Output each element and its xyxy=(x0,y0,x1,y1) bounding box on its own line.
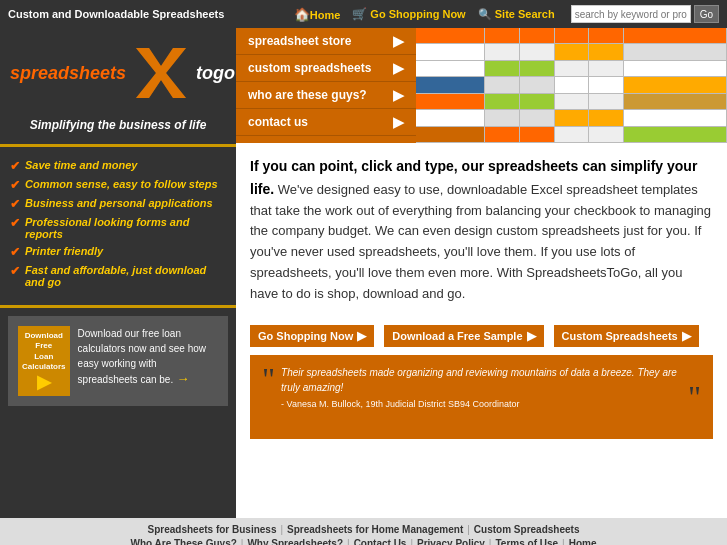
footer-link-home[interactable]: Home xyxy=(569,538,597,545)
loan-icon-text2: Loan Calculators xyxy=(22,352,66,373)
search-input[interactable] xyxy=(571,5,691,23)
preview-cell xyxy=(485,94,520,110)
preview-cell xyxy=(416,28,485,44)
nav-arrow-icon: ▶ xyxy=(393,114,404,130)
loan-icon-text1: Download Free xyxy=(22,331,66,352)
preview-row xyxy=(416,77,727,93)
footer-link-home-mgmt[interactable]: Spreadsheets for Home Management xyxy=(287,524,463,535)
preview-cell xyxy=(624,127,727,143)
footer-link-contact[interactable]: Contact Us xyxy=(354,538,407,545)
preview-cell xyxy=(624,28,727,44)
logo-area: spreadsheets togo xyxy=(0,28,236,113)
go-shopping-button[interactable]: Go Shopping Now ▶ xyxy=(250,325,374,347)
check-icon: ✔ xyxy=(10,178,20,192)
close-quote-icon: " xyxy=(688,365,701,429)
preview-cell xyxy=(624,44,727,60)
nav-label-about: who are these guys? xyxy=(248,88,393,102)
open-quote-icon: " xyxy=(262,365,275,429)
footer-link-why[interactable]: Why Spreadsheets? xyxy=(247,538,343,545)
loan-calculator-section: Download Free Loan Calculators ▶ Downloa… xyxy=(8,316,228,406)
preview-cell xyxy=(520,94,555,110)
checklist-label: Professional looking forms and reports xyxy=(25,216,226,240)
preview-cell xyxy=(555,77,590,93)
preview-cell xyxy=(416,61,485,77)
nav-and-preview: spreadsheet store ▶ custom spreadsheets … xyxy=(236,28,727,143)
footer-sep: | xyxy=(241,538,244,545)
preview-cell xyxy=(416,44,485,60)
footer-link-business[interactable]: Spreadsheets for Business xyxy=(148,524,277,535)
nav-item-contact[interactable]: contact us ▶ xyxy=(236,109,416,136)
top-nav-right: 🏠 Home 🛒 Go Shopping Now 🔍 Site Search G… xyxy=(294,5,719,23)
divider2 xyxy=(0,305,236,308)
search-link[interactable]: 🔍 Site Search xyxy=(478,8,555,21)
custom-spreadsheets-button[interactable]: Custom Spreadsheets ▶ xyxy=(554,325,699,347)
preview-cell xyxy=(520,110,555,126)
preview-cell xyxy=(624,61,727,77)
preview-cell xyxy=(485,77,520,93)
footer-link-about[interactable]: Who Are These Guys? xyxy=(130,538,236,545)
checklist-label: Fast and affordable, just download and g… xyxy=(25,264,226,288)
preview-row xyxy=(416,44,727,60)
nav-item-about[interactable]: who are these guys? ▶ xyxy=(236,82,416,109)
list-item: ✔ Common sense, easy to follow steps xyxy=(10,178,226,192)
testimonial-content: Their spreadsheets made organizing and r… xyxy=(281,365,682,429)
search-button[interactable]: Go xyxy=(694,5,719,23)
preview-row xyxy=(416,127,727,143)
footer-links-row2: Who Are These Guys? | Why Spreadsheets? … xyxy=(6,538,721,545)
spreadsheet-preview xyxy=(416,28,727,143)
site-title: Custom and Downloadable Spreadsheets xyxy=(8,8,224,20)
quote-text: Their spreadsheets made organizing and r… xyxy=(281,365,682,395)
cart-icon: 🛒 xyxy=(352,7,367,21)
preview-cell xyxy=(589,77,624,93)
preview-row xyxy=(416,94,727,110)
preview-cell xyxy=(485,44,520,60)
footer-links-row1: Spreadsheets for Business | Spreadsheets… xyxy=(6,524,721,535)
testimonial: " Their spreadsheets made organizing and… xyxy=(250,355,713,439)
check-icon: ✔ xyxy=(10,264,20,278)
preview-cell xyxy=(416,77,485,93)
preview-cell xyxy=(416,110,485,126)
preview-cell xyxy=(555,94,590,110)
logo-text-right: togo xyxy=(196,63,235,84)
loan-download-icon: Download Free Loan Calculators ▶ xyxy=(18,326,70,396)
preview-cell xyxy=(555,44,590,60)
nav-label-contact: contact us xyxy=(248,115,393,129)
list-item: ✔ Fast and affordable, just download and… xyxy=(10,264,226,288)
logo-x-icon xyxy=(131,43,191,103)
right-content: spreadsheet store ▶ custom spreadsheets … xyxy=(236,28,727,518)
nav-item-custom[interactable]: custom spreadsheets ▶ xyxy=(236,55,416,82)
cta-btn2-label: Download a Free Sample xyxy=(392,330,522,342)
cta-btn1-label: Go Shopping Now xyxy=(258,330,353,342)
cta-arrow-icon: ▶ xyxy=(527,329,536,343)
cta-arrow-icon: ▶ xyxy=(357,329,366,343)
preview-cell xyxy=(485,127,520,143)
house-icon: 🏠 xyxy=(294,7,307,18)
preview-cell xyxy=(589,61,624,77)
nav-item-store[interactable]: spreadsheet store ▶ xyxy=(236,28,416,55)
footer-sep: | xyxy=(467,524,470,535)
nav-arrow-icon: ▶ xyxy=(393,33,404,49)
preview-cell xyxy=(589,28,624,44)
preview-cell xyxy=(624,77,727,93)
preview-cell xyxy=(589,44,624,60)
home-link[interactable]: 🏠 Home xyxy=(294,7,341,21)
preview-cell xyxy=(589,94,624,110)
loan-go-arrow: → xyxy=(177,371,190,386)
checklist-label: Common sense, easy to follow steps xyxy=(25,178,218,190)
preview-cell xyxy=(589,110,624,126)
preview-row xyxy=(416,110,727,126)
checklist: ✔ Save time and money ✔ Common sense, ea… xyxy=(0,147,236,305)
nav-menu: spreadsheet store ▶ custom spreadsheets … xyxy=(236,28,416,143)
footer-link-custom[interactable]: Custom Spreadsheets xyxy=(474,524,580,535)
footer-link-privacy[interactable]: Privacy Policy xyxy=(417,538,485,545)
top-nav-links: 🏠 Home 🛒 Go Shopping Now 🔍 Site Search xyxy=(294,7,555,21)
shopping-link[interactable]: 🛒 Go Shopping Now xyxy=(352,7,465,21)
svg-marker-1 xyxy=(136,48,186,98)
footer-link-terms[interactable]: Terms of Use xyxy=(495,538,558,545)
download-sample-button[interactable]: Download a Free Sample ▶ xyxy=(384,325,543,347)
search-area: Go xyxy=(571,5,719,23)
checklist-label: Printer friendly xyxy=(25,245,103,257)
checklist-label: Save time and money xyxy=(25,159,138,171)
check-icon: ✔ xyxy=(10,216,20,230)
list-item: ✔ Business and personal applications xyxy=(10,197,226,211)
